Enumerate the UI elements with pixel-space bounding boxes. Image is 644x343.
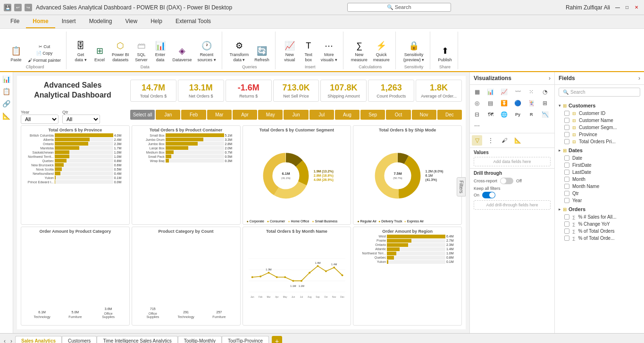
field-year[interactable]: Year <box>555 197 644 204</box>
quick-measure-button[interactable]: ⚡Quickmeasure <box>371 38 392 64</box>
year-filter-select[interactable]: All <box>21 114 59 124</box>
fields-panel-expand[interactable]: › <box>638 75 640 82</box>
viz-analytics-icon[interactable]: 📐 <box>513 135 523 146</box>
kpi-count-products[interactable]: 1,263 Count Products <box>368 80 414 102</box>
viz-kpi-icon[interactable]: 📉 <box>540 109 550 120</box>
cross-report-toggle[interactable] <box>500 178 513 184</box>
chart-province[interactable]: Total Orders $ by Province British Colum… <box>21 125 130 225</box>
viz-column-chart-icon[interactable]: 📊 <box>485 87 496 97</box>
viz-matrix-icon[interactable]: ⊟ <box>472 109 482 120</box>
dax-icon[interactable]: 📐 <box>1 111 12 121</box>
field-pct-total-orders[interactable]: ∑ % of Total Orders <box>555 228 644 235</box>
enter-data-button[interactable]: 📊Enterdata <box>152 38 169 64</box>
new-measure-button[interactable]: ∑Newmeasure <box>349 38 369 64</box>
month-aug[interactable]: Aug <box>335 110 360 120</box>
kpi-avg-order[interactable]: 1.8K Average of Order... <box>416 80 462 102</box>
tab-tooltip-monthly[interactable]: Tooltip-Monthly <box>178 336 222 343</box>
kpi-net-sell[interactable]: 713.0K Net Sell Price <box>273 80 319 102</box>
tab-customers[interactable]: Customers <box>62 336 97 343</box>
field-customer-name[interactable]: ⊟ Customer Name <box>555 117 644 124</box>
month-oct[interactable]: Oct <box>386 110 410 120</box>
month-mar[interactable]: Mar <box>207 110 232 120</box>
sensitivity-button[interactable]: 🔒Sensitivity(preview) ▾ <box>401 38 427 64</box>
kpi-shipping[interactable]: 107.8K Shipping Amount <box>320 80 367 102</box>
tab-modeling[interactable]: Modeling <box>83 15 119 28</box>
viz-area-chart-icon[interactable]: 〰 <box>513 87 523 97</box>
field-pct-total-orde[interactable]: ∑ % of Total Orde... <box>555 235 644 242</box>
orders-section-header[interactable]: ▸ ⊞ Orders <box>555 205 644 213</box>
viz-filter-icon[interactable]: ▽ <box>472 135 482 146</box>
data-view-icon[interactable]: 📋 <box>1 86 12 97</box>
viz-scatter-icon[interactable]: ⁙ <box>526 87 536 97</box>
text-box-button[interactable]: TTextbox <box>300 38 317 64</box>
maximize-button[interactable]: □ <box>623 4 631 11</box>
tab-tooltip-province[interactable]: ToolTip-Province <box>222 336 269 343</box>
kpi-returns[interactable]: -1.6M Returns $ <box>226 80 272 102</box>
kpi-net-orders[interactable]: 13.1M Net Orders $ <box>178 80 224 102</box>
field-customer-segment[interactable]: ⊟ Customer Segm... <box>555 124 644 131</box>
excel-button[interactable]: ⊞Excel <box>91 43 108 64</box>
tab-home[interactable]: Home <box>26 15 55 28</box>
tab-time-intelligence[interactable]: Time Intelligence Sales Analytics <box>97 336 177 343</box>
field-date[interactable]: Date <box>555 155 644 162</box>
viz-r-icon[interactable]: R <box>526 109 536 120</box>
tab-file[interactable]: File <box>4 15 26 28</box>
tab-external-tools[interactable]: External Tools <box>169 15 217 28</box>
model-view-icon[interactable]: 🔗 <box>1 98 12 109</box>
minimize-button[interactable]: — <box>614 4 621 11</box>
field-total-orders[interactable]: ⊟ Total Orders Pri... <box>555 138 644 145</box>
field-month-name[interactable]: Month Name <box>555 183 644 190</box>
chart-region[interactable]: Order Amount by Region West6.4M Prairie2… <box>353 227 462 326</box>
field-pct-sales[interactable]: ∑ % # Sales for All... <box>555 213 644 220</box>
get-data-button[interactable]: 🗄Getdata ▾ <box>72 38 89 64</box>
more-visuals-button[interactable]: ⋯Morevisuals ▾ <box>319 38 339 64</box>
report-view-icon[interactable]: 📊 <box>1 74 12 84</box>
save-icon[interactable]: 💾 <box>4 4 11 11</box>
recent-sources-button[interactable]: 🕐Recentsources ▾ <box>196 38 218 64</box>
viz-py-icon[interactable]: Py <box>513 109 523 120</box>
select-all-button[interactable]: Select all <box>130 110 155 120</box>
format-painter-button[interactable]: 🖌 Format painter <box>26 57 62 64</box>
tab-insert[interactable]: Insert <box>55 15 83 28</box>
title-search[interactable]: 🔍 Search <box>347 3 451 12</box>
close-button[interactable]: ✕ <box>633 4 640 11</box>
publish-button[interactable]: ⬆Publish <box>436 43 454 64</box>
kpi-total-orders[interactable]: 14.7M Total Orders $ <box>130 80 176 102</box>
field-last-date[interactable]: LastDate <box>555 169 644 176</box>
field-month[interactable]: Month <box>555 176 644 183</box>
month-nov[interactable]: Nov <box>412 110 436 120</box>
tab-help[interactable]: Help <box>144 15 169 28</box>
viz-format-icon[interactable]: 🖌 <box>499 135 510 146</box>
month-sep[interactable]: Sep <box>360 110 385 120</box>
dates-section-header[interactable]: ▸ ⊞ Dates <box>555 146 644 155</box>
viz-card-icon[interactable]: 🃏 <box>526 98 536 108</box>
viz-donut-icon[interactable]: ◎ <box>472 98 482 108</box>
chart-category-count[interactable]: Product Category by Count 715 OfficeSupp… <box>132 227 241 326</box>
copy-button[interactable]: 📄 Copy <box>26 50 62 57</box>
field-customer-id[interactable]: ⊟ Customer ID <box>555 110 644 117</box>
month-jun[interactable]: Jun <box>284 110 308 120</box>
tab-prev-arrow[interactable]: ‹ <box>2 336 8 343</box>
viz-more-icon[interactable]: ⋯ <box>472 121 482 131</box>
month-apr[interactable]: Apr <box>233 110 257 120</box>
viz-treemap-icon[interactable]: ▤ <box>485 98 496 108</box>
customers-section-header[interactable]: ▾ ⊞ Customers <box>555 101 644 110</box>
transform-button[interactable]: ⚙Transformdata ▾ <box>228 38 251 64</box>
viz-gauge-icon[interactable]: 🔵 <box>513 98 523 108</box>
chart-customer-segment[interactable]: Total Orders $ by Customer Segment 6.1M … <box>243 125 351 225</box>
viz-table-icon[interactable]: ⊞ <box>540 98 550 108</box>
sql-server-button[interactable]: 🗃SQLServer <box>133 38 150 64</box>
month-dec[interactable]: Dec <box>437 110 462 120</box>
viz-slicer-icon[interactable]: ⋮ <box>485 135 496 146</box>
paste-button[interactable]: 📋 Paste <box>8 43 25 64</box>
chart-product-container[interactable]: Total Orders $ by Product Container Smal… <box>132 125 241 225</box>
redo-icon[interactable]: ↪ <box>25 4 32 11</box>
keep-filters-toggle[interactable] <box>482 192 495 198</box>
fields-search-box[interactable]: 🔍 Search <box>559 88 640 97</box>
tab-view[interactable]: View <box>118 15 144 28</box>
powerbi-datasets-button[interactable]: ⬡Power BIdatasets <box>110 38 131 64</box>
viz-line-chart-icon[interactable]: 📈 <box>499 87 510 97</box>
field-qtr[interactable]: Qtr <box>555 190 644 197</box>
viz-pie-icon[interactable]: ◔ <box>540 87 550 97</box>
tab-sales-analytics[interactable]: Sales Analytics <box>15 336 62 343</box>
